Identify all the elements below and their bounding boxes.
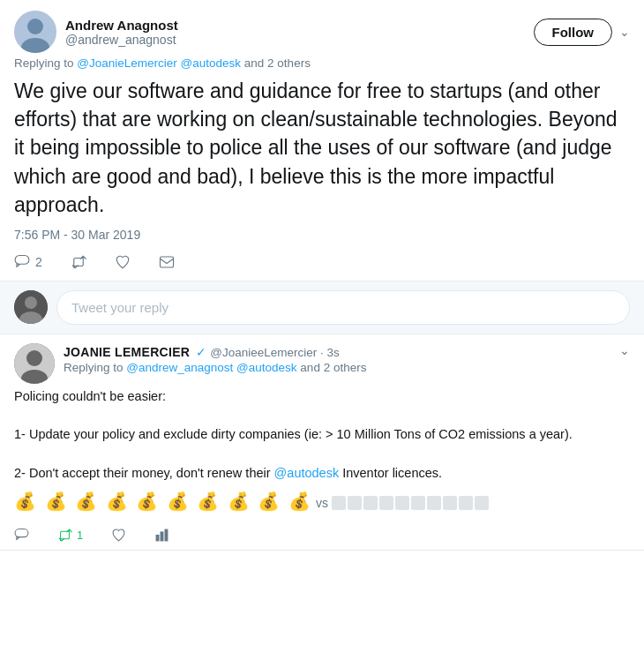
faded-icon-1 [332, 496, 346, 510]
faded-icon-4 [379, 496, 393, 510]
faded-icon-5 [395, 496, 409, 510]
reply2-retweet-count: 1 [77, 529, 83, 542]
tweet-header-right: Follow ⌄ [534, 19, 631, 46]
faded-icon-6 [411, 496, 425, 510]
tweet-reply: JOANIE LEMERCIER ✓ @JoanieeLemercier · 3… [0, 334, 644, 551]
reply-replying-to: Replying to @andrew_anagnost @autodesk a… [64, 361, 366, 374]
svg-rect-11 [161, 532, 163, 541]
reply-box-section: Tweet your reply [0, 281, 644, 334]
mention-andrew[interactable]: @andrew_anagnost [126, 361, 233, 374]
retweet-icon [71, 254, 86, 270]
tweet-time: 7:56 PM - 30 Mar 2019 [14, 228, 630, 242]
reply2-heart-icon [111, 528, 126, 543]
svg-point-5 [25, 296, 37, 309]
reply2-retweet-icon [57, 528, 72, 543]
reply-action[interactable]: 2 [14, 254, 42, 270]
follow-button[interactable]: Follow [534, 19, 613, 46]
autodesk-mention[interactable]: @autodesk [274, 466, 340, 480]
reply-text-line1: Policing couldn't be easier: [14, 387, 630, 407]
svg-rect-3 [160, 257, 173, 267]
reply-avatar [14, 290, 48, 324]
reply-input[interactable]: Tweet your reply [56, 290, 630, 325]
reply-tweet-actions: 1 [14, 522, 630, 543]
verified-badge: ✓ [196, 345, 206, 359]
reply-username-time: @JoanieeLemercier · 3s [210, 346, 340, 359]
reply-display-name-row: JOANIE LEMERCIER ✓ @JoanieeLemercier · 3… [64, 345, 366, 359]
faded-icon-3 [363, 496, 378, 510]
reply-username[interactable]: @JoanieeLemercier [210, 346, 317, 359]
user-info: Andrew Anagnost @andrew_anagnost [65, 18, 178, 47]
faded-icon-10 [475, 496, 489, 510]
faded-icon-7 [427, 496, 441, 510]
reply-tweet-text: Policing couldn't be easier: 1- Update y… [14, 387, 630, 484]
retweet-action[interactable] [71, 254, 86, 270]
svg-rect-12 [165, 529, 168, 541]
heart-icon [115, 254, 131, 270]
reply-text-line2: 1- Update your policy and exclude dirty … [14, 425, 630, 445]
reply-user-info: JOANIE LEMERCIER ✓ @JoanieeLemercier · 3… [64, 345, 366, 381]
svg-rect-10 [156, 535, 159, 540]
tweet-header-left: Andrew Anagnost @andrew_anagnost [14, 11, 178, 53]
like-action[interactable] [115, 254, 131, 270]
reply2-reply-action[interactable] [14, 528, 29, 543]
bar-chart-icon [154, 528, 169, 543]
reply-tweet-avatar[interactable] [14, 343, 55, 384]
mention-autodesk2[interactable]: @autodesk [236, 361, 297, 374]
tweet-text: We give our software and guidance for fr… [14, 77, 630, 219]
mention-link-autodesk[interactable]: @autodesk [181, 56, 242, 70]
tweet-header: Andrew Anagnost @andrew_anagnost Follow … [14, 11, 630, 53]
faded-icon-9 [459, 496, 473, 510]
reply2-analytics-action[interactable] [154, 528, 169, 543]
reply2-reply-icon [14, 528, 29, 543]
reply-chevron-icon[interactable]: ⌄ [619, 343, 630, 357]
reply2-retweet-action[interactable]: 1 [57, 528, 83, 543]
dm-action[interactable] [159, 254, 175, 270]
username[interactable]: @andrew_anagnost [65, 33, 178, 47]
svg-point-8 [26, 350, 42, 366]
tweet-main: Andrew Anagnost @andrew_anagnost Follow … [0, 0, 644, 281]
faded-icon-8 [443, 496, 457, 510]
tweet-reply-header: JOANIE LEMERCIER ✓ @JoanieeLemercier · 3… [14, 343, 630, 384]
svg-point-1 [27, 19, 43, 34]
reply2-like-action[interactable] [111, 528, 126, 543]
tweet-reply-header-left: JOANIE LEMERCIER ✓ @JoanieeLemercier · 3… [14, 343, 366, 384]
envelope-icon [159, 254, 175, 270]
reply-time: 3s [327, 346, 340, 359]
twitter-card: Andrew Anagnost @andrew_anagnost Follow … [0, 0, 644, 645]
display-name[interactable]: Andrew Anagnost [65, 18, 178, 33]
reply-count: 2 [35, 255, 42, 269]
money-emoji-row: 💰 💰 💰 💰 💰 💰 💰 💰 💰 💰 [14, 491, 312, 512]
mention-link-joanie[interactable]: @JoanieLemercier [77, 56, 177, 70]
tweet-actions: 2 [14, 251, 630, 274]
reply-text-line3: 2- Don't accept their money, don't renew… [14, 464, 630, 484]
chevron-down-icon[interactable]: ⌄ [619, 25, 630, 39]
avatar[interactable] [14, 11, 56, 53]
reply-icon [14, 254, 30, 270]
faded-icon-2 [348, 496, 362, 510]
vs-text: vs [316, 496, 328, 510]
reply-display-name[interactable]: JOANIE LEMERCIER [64, 345, 190, 359]
replying-to: Replying to @JoanieLemercier @autodesk a… [14, 56, 630, 70]
faded-icons-row [332, 496, 489, 510]
